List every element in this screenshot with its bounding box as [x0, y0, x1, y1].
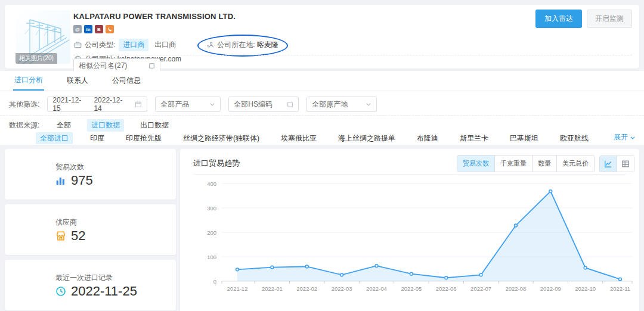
header-divider: [73, 55, 632, 55]
expand-link[interactable]: 展开: [614, 132, 636, 142]
tab[interactable]: 联系人: [66, 71, 89, 90]
data-point[interactable]: [619, 278, 622, 281]
tab[interactable]: 进口分析: [13, 71, 44, 91]
stat-value: 975: [71, 173, 93, 188]
svg-text:2022-09: 2022-09: [540, 285, 561, 292]
source-option[interactable]: 全部: [52, 119, 75, 132]
company-header-card: 相关图片(20) KALPATARU POWER TRANSMISSION LT…: [5, 5, 639, 69]
data-point[interactable]: [375, 265, 378, 268]
start-monitor-button[interactable]: 开启监测: [587, 10, 632, 28]
view-toggle-group: [599, 156, 634, 172]
chevron-down-icon: [366, 101, 371, 107]
dataset-option[interactable]: 海上丝绸之路提单: [334, 132, 400, 144]
origin-select[interactable]: 全部原产地: [306, 97, 377, 112]
blog-icon[interactable]: B: [95, 25, 103, 33]
exporter-label[interactable]: 出口商: [154, 40, 176, 50]
hs-code-select[interactable]: 全部HS编码: [228, 97, 299, 112]
chart-area: 01002003004002021-122022-012022-022022-0…: [198, 179, 633, 300]
metric-button[interactable]: 贸易次数: [457, 156, 494, 172]
company-type-row: 公司类型: 进口商 出口商 公司所在地: 喀麦隆: [73, 39, 550, 51]
location-value: 喀麦隆: [257, 40, 278, 50]
product-select[interactable]: 全部产品: [155, 97, 221, 112]
chart-title: 进口贸易趋势: [193, 158, 240, 169]
data-point[interactable]: [410, 272, 413, 275]
filter-label: 其他筛选:: [9, 99, 39, 110]
svg-text:2022-07: 2022-07: [470, 285, 491, 292]
dataset-option[interactable]: 全部进口: [36, 132, 73, 144]
source-sub-options: 全部进口印度印度抢先版丝绸之路经济带(独联体)埃塞俄比亚海上丝绸之路提单布隆迪斯…: [36, 132, 602, 144]
hs-code-value: 全部HS编码: [234, 99, 273, 110]
dataset-option[interactable]: 布隆迪: [413, 132, 442, 144]
dataset-option[interactable]: 巴基斯坦: [506, 132, 543, 144]
stat-value: 52: [71, 228, 85, 244]
line-chart-icon[interactable]: [600, 156, 617, 172]
stat-value-row: 2022-11-25: [55, 284, 137, 299]
related-images-label[interactable]: 相关图片(20): [16, 53, 57, 64]
table-icon[interactable]: [617, 156, 634, 172]
tab[interactable]: 公司信息: [111, 71, 142, 90]
panel-toggle-icon: [148, 63, 155, 69]
page: 相关图片(20) KALPATARU POWER TRANSMISSION LT…: [0, 0, 644, 311]
similar-companies-label: 相似公司名(27): [79, 61, 127, 71]
panel-divider: [0, 115, 644, 116]
product-select-value: 全部产品: [160, 99, 189, 110]
trend-chart-card: 进口贸易趋势 贸易次数千克重量数量美元总价 01002003004002021-…: [180, 149, 639, 311]
dataset-option[interactable]: 印度抢先版: [122, 132, 166, 144]
data-source-label: 数据来源:: [9, 120, 39, 130]
svg-text:2022-10: 2022-10: [575, 285, 596, 292]
svg-text:0: 0: [213, 278, 216, 285]
data-point[interactable]: [515, 224, 518, 227]
metric-button[interactable]: 美元总价: [556, 156, 594, 172]
company-photo[interactable]: 相关图片(20): [16, 10, 70, 64]
data-point[interactable]: [479, 273, 482, 276]
source-option[interactable]: 进口数据: [87, 119, 124, 132]
phone-icon[interactable]: [106, 25, 114, 33]
date-range-picker[interactable]: 2021-12-15 2022-12-14: [47, 97, 147, 112]
location-label: 公司所在地:: [217, 40, 255, 50]
company-location-group: 公司所在地: 喀麦隆: [200, 39, 284, 51]
data-point[interactable]: [236, 268, 239, 271]
dataset-option[interactable]: 埃塞俄比亚: [277, 132, 321, 144]
join-radar-button[interactable]: 加入雷达: [535, 10, 582, 28]
bar-chart-icon: [55, 175, 66, 186]
dataset-option[interactable]: 印度: [86, 132, 109, 144]
metric-button[interactable]: 数量: [532, 156, 556, 172]
dataset-option[interactable]: 斯里兰卡: [456, 132, 493, 144]
chart-controls: 贸易次数千克重量数量美元总价: [457, 155, 634, 172]
data-point[interactable]: [445, 276, 448, 279]
svg-text:2022-02: 2022-02: [296, 285, 317, 292]
chart-divider: [193, 174, 626, 175]
stat-value-row: 975: [55, 173, 93, 188]
svg-text:2022-06: 2022-06: [436, 285, 457, 292]
data-point[interactable]: [549, 190, 552, 193]
tab-border: [0, 91, 644, 91]
header-actions: 加入雷达 开启监测: [535, 10, 632, 28]
dataset-option[interactable]: 丝绸之路经济带(独联体): [179, 132, 264, 144]
tab-bar: 进口分析联系人公司信息: [13, 71, 142, 91]
dataset-option[interactable]: 欧亚航线: [556, 132, 593, 144]
email-icon[interactable]: @: [73, 25, 82, 33]
filter-row: 其他筛选: 2021-12-15 2022-12-14 全部产品 全部HS编码 …: [9, 97, 377, 112]
data-point[interactable]: [271, 266, 274, 269]
metric-button[interactable]: 千克重量: [494, 156, 532, 172]
stats-column: 贸易次数975供应商52最近一次进口记录2022-11-25: [5, 149, 176, 310]
picker-box-icon: [287, 101, 293, 108]
data-point[interactable]: [340, 273, 343, 276]
metric-buttons: 贸易次数千克重量数量美元总价: [457, 155, 595, 172]
importer-badge[interactable]: 进口商: [119, 39, 148, 51]
svg-text:2022-08: 2022-08: [505, 285, 526, 292]
stat-value: 2022-11-25: [71, 284, 137, 299]
data-point[interactable]: [305, 265, 308, 268]
stat-label: 供应商: [55, 217, 77, 228]
analysis-panel: 进口分析联系人公司信息 其他筛选: 2021-12-15 2022-12-14 …: [0, 71, 644, 145]
svg-text:400: 400: [207, 181, 216, 187]
stat-label: 贸易次数: [55, 162, 84, 172]
linkedin-icon[interactable]: in: [84, 25, 92, 33]
company-type-icon: [73, 41, 82, 49]
source-option[interactable]: 出口数据: [136, 119, 173, 132]
svg-text:100: 100: [207, 254, 216, 260]
svg-text:200: 200: [207, 229, 216, 236]
data-point[interactable]: [584, 266, 587, 269]
stat-label: 最近一次进口记录: [55, 273, 113, 283]
trend-chart: 01002003004002021-122022-012022-022022-0…: [198, 179, 633, 298]
